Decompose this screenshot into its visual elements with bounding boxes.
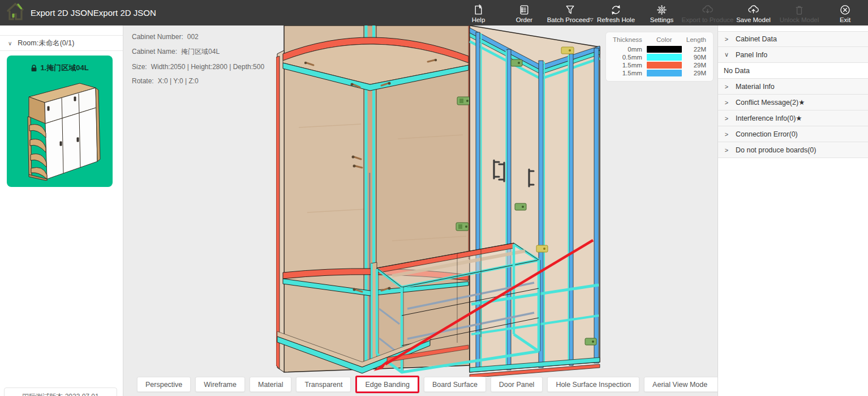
cabinet-card[interactable]: 1.掩门区域04L xyxy=(7,56,113,187)
legend-row: 1.5mm 29M xyxy=(611,69,708,77)
cabinet-card-label: 1.掩门区域04L xyxy=(40,63,88,73)
refresh-icon xyxy=(610,4,622,16)
hinge-yellow-1 xyxy=(561,47,574,54)
exit-icon xyxy=(839,4,851,16)
chevron-right-icon: > xyxy=(724,99,729,106)
hinge-green-right-2 xyxy=(515,203,526,210)
version-footer: 国际测试版本 2023.07.01 xyxy=(4,388,117,396)
help-icon xyxy=(472,4,484,16)
color-swatch xyxy=(647,54,682,61)
chevron-right-icon: > xyxy=(724,147,729,154)
save-model-button[interactable]: Save Model xyxy=(731,4,776,23)
cabinet-size-line: Size:Width:2050 | Height:2800 | Depth:50… xyxy=(132,63,264,71)
edge-banding-button[interactable]: Edge Banding xyxy=(355,376,419,393)
order-icon xyxy=(518,4,530,16)
chevron-right-icon: > xyxy=(724,131,729,138)
unlock-model-icon xyxy=(793,4,805,16)
settings-button[interactable]: Settings xyxy=(639,4,685,23)
cloud-upload-icon xyxy=(747,4,759,16)
cabinet-info: Cabinet Number:002 Cabinet Name:掩门区域04L … xyxy=(132,33,264,91)
material-button[interactable]: Material xyxy=(250,377,291,392)
help-button[interactable]: Help xyxy=(456,4,501,23)
section-panel-info[interactable]: ∨ Panel Info xyxy=(718,47,868,63)
view-mode-toolbar: Perspective Wireframe Material Transpare… xyxy=(137,377,717,392)
panel-info-content: No Data xyxy=(718,63,868,79)
section-connection-error[interactable]: > Connection Error(0) xyxy=(718,126,868,142)
exit-button[interactable]: Exit xyxy=(822,4,868,23)
color-swatch xyxy=(647,62,682,69)
cabinet-number-line: Cabinet Number:002 xyxy=(132,33,264,41)
section-cabinet-data[interactable]: > Cabinet Data xyxy=(718,31,868,47)
color-swatch xyxy=(647,70,682,76)
section-do-not-produce[interactable]: > Do not produce boards(0) xyxy=(718,142,868,158)
order-button[interactable]: Order xyxy=(501,4,547,23)
cloud-download-icon xyxy=(702,4,714,16)
toolbar: Help Order Batch Proceed▽ Refresh Hole xyxy=(456,2,868,23)
edge-banding-legend: Thickness Color Length 0mm 22M 0.5mm 90M… xyxy=(605,32,714,82)
app-logo-icon xyxy=(6,2,26,24)
funnel-icon xyxy=(564,4,576,16)
cabinet-name-line: Cabinet Name:掩门区域04L xyxy=(132,47,264,57)
cabinet-rotate-line: Rotate:X:0 | Y:0 | Z:0 xyxy=(132,77,264,85)
color-swatch xyxy=(647,46,682,53)
wireframe-button[interactable]: Wireframe xyxy=(195,377,245,392)
hinge-green-right-1 xyxy=(511,59,522,66)
hinge-green-left-2 xyxy=(456,223,469,231)
cabinet-3d-model[interactable] xyxy=(276,25,601,377)
transparent-button[interactable]: Transparent xyxy=(296,377,351,392)
door-panel-button[interactable]: Door Panel xyxy=(491,377,543,392)
gear-icon xyxy=(656,4,668,16)
board-surface-button[interactable]: Board Surface xyxy=(424,377,486,392)
legend-header-color: Color xyxy=(644,35,684,45)
hinge-green-left-1 xyxy=(457,97,470,105)
hinge-yellow-2 xyxy=(536,245,548,252)
detail-panel: > Cabinet Data ∨ Panel Info No Data > Ma… xyxy=(717,25,868,396)
3d-viewport[interactable]: Cabinet Number:002 Cabinet Name:掩门区域04L … xyxy=(123,25,717,396)
lock-icon xyxy=(31,65,37,72)
section-interference-info[interactable]: > Interference Info(0)★ xyxy=(718,110,868,126)
hole-surface-inspection-button[interactable]: Hole Surface Inspection xyxy=(547,377,639,392)
chevron-right-icon: > xyxy=(724,83,729,90)
legend-header-thickness: Thickness xyxy=(611,35,644,45)
legend-row: 1.5mm 29M xyxy=(611,61,708,69)
room-header[interactable]: ∨ Room:未命名(0/1) xyxy=(0,35,123,51)
right-cabinet xyxy=(470,25,600,377)
legend-row: 0mm 22M xyxy=(611,45,708,53)
room-sidebar: ∨ Room:未命名(0/1) 1.掩门区域04L xyxy=(0,25,123,396)
export-to-produce-button: Export to Produce xyxy=(685,4,731,23)
section-material-info[interactable]: > Material Info xyxy=(718,79,868,95)
section-conflict-message[interactable]: > Conflict Message(2)★ xyxy=(718,95,868,110)
batch-proceed-button[interactable]: Batch Proceed▽ xyxy=(547,4,593,23)
chevron-right-icon: > xyxy=(724,115,729,122)
legend-row: 0.5mm 90M xyxy=(611,53,708,61)
legend-header-length: Length xyxy=(684,35,708,45)
chevron-down-icon: ∨ xyxy=(8,40,12,46)
app-title: Export 2D JSONExport 2D JSON xyxy=(31,8,156,18)
refresh-hole-button[interactable]: Refresh Hole xyxy=(593,4,639,23)
title-bar: Export 2D JSONExport 2D JSON Help Order … xyxy=(0,0,868,25)
room-header-label: Room:未命名(0/1) xyxy=(18,39,74,48)
unlock-model-button: Unlock Model xyxy=(776,4,822,23)
chevron-down-icon: ∨ xyxy=(724,51,729,58)
hinge-green-right-3 xyxy=(585,338,596,345)
aerial-view-mode-dropdown[interactable]: Aerial View Mode ∨ xyxy=(644,377,717,392)
chevron-right-icon: > xyxy=(724,36,729,42)
perspective-button[interactable]: Perspective xyxy=(137,377,191,392)
cabinet-thumbnail xyxy=(12,75,108,181)
version-text: 国际测试版本 2023.07.01 xyxy=(22,392,98,396)
